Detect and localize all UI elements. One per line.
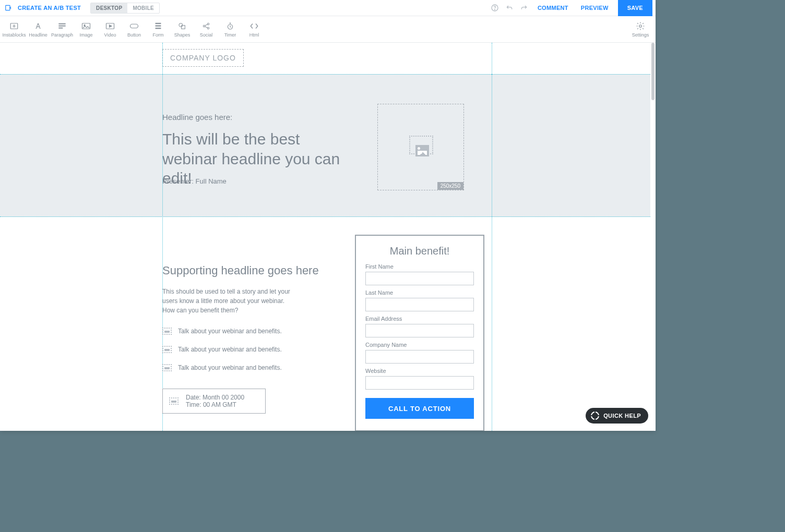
support-bullet[interactable]: Talk about your webinar and benefits. — [162, 346, 282, 353]
first-name-input[interactable] — [365, 272, 474, 285]
hero-presenter[interactable]: Presenter: Full Name — [162, 177, 227, 185]
device-desktop-button[interactable]: DESKTOP — [91, 3, 127, 13]
tool-label: Paragraph — [51, 32, 73, 38]
back-icon — [5, 4, 12, 11]
tool-shapes[interactable]: Shapes — [170, 16, 194, 42]
device-mobile-button[interactable]: MOBILE — [127, 3, 159, 13]
support-body[interactable]: This should be used to tell a story and … — [162, 287, 298, 315]
section-hero[interactable]: Headline goes here: This will be the bes… — [0, 74, 650, 217]
field-label: First Name — [365, 263, 474, 270]
support-bullet[interactable]: Talk about your webinar and benefits. — [162, 364, 282, 371]
lifebuoy-icon — [591, 412, 599, 420]
settings-button[interactable]: Settings — [628, 21, 652, 38]
section-logo[interactable]: COMPANY LOGO — [0, 43, 650, 74]
image-icon — [162, 328, 172, 335]
editor-shell: CREATE AN A/B TEST DESKTOP MOBILE COMMEN… — [0, 0, 656, 431]
comment-link[interactable]: COMMENT — [531, 5, 575, 11]
save-button[interactable]: SAVE — [618, 0, 652, 16]
support-bullet[interactable]: Talk about your webinar and benefits. — [162, 328, 282, 335]
tool-strip: Instablocks Headline Paragraph Image Vid… — [0, 16, 656, 43]
svg-rect-4 — [58, 23, 65, 24]
website-input[interactable] — [365, 376, 474, 390]
svg-rect-5 — [58, 25, 65, 26]
form-card[interactable]: Main benefit! First Name Last Name Email… — [355, 235, 484, 431]
support-heading[interactable]: Supporting headline goes here — [162, 264, 319, 277]
tool-label: Timer — [224, 32, 236, 38]
form-icon — [154, 22, 162, 30]
device-toggle: DESKTOP MOBILE — [90, 3, 160, 14]
date-line: Date: Month 00 2000 — [186, 394, 244, 401]
svg-point-20 — [639, 25, 642, 27]
tool-label: Button — [127, 32, 141, 38]
image-icon — [169, 397, 179, 405]
undo-button[interactable] — [502, 1, 517, 15]
instablocks-icon — [9, 22, 19, 30]
field-label: Email Address — [365, 316, 474, 322]
tool-timer[interactable]: Timer — [218, 16, 242, 42]
tool-label: Video — [104, 32, 116, 38]
guide-vertical — [492, 43, 492, 431]
field-label: Last Name — [365, 289, 474, 296]
svg-rect-10 — [130, 24, 138, 28]
html-icon — [249, 22, 259, 30]
cta-button[interactable]: CALL TO ACTION — [365, 398, 474, 419]
guide-vertical — [162, 43, 163, 431]
canvas[interactable]: COMPANY LOGO Headline goes here: This wi… — [0, 43, 656, 431]
settings-label: Settings — [632, 32, 649, 38]
back-button[interactable] — [3, 3, 14, 13]
tool-headline[interactable]: Headline — [26, 16, 50, 42]
help-icon — [491, 4, 499, 12]
tool-html[interactable]: Html — [242, 16, 266, 42]
section-support[interactable]: Supporting headline goes here This shoul… — [0, 217, 650, 431]
tool-label: Shapes — [174, 32, 191, 38]
redo-button[interactable] — [517, 1, 531, 15]
hero-eyebrow[interactable]: Headline goes here: — [162, 113, 232, 122]
image-icon — [81, 22, 91, 30]
tool-label: Image — [79, 32, 92, 38]
tool-paragraph[interactable]: Paragraph — [50, 16, 74, 42]
headline-icon — [34, 22, 42, 30]
page: COMPANY LOGO Headline goes here: This wi… — [0, 43, 650, 431]
button-icon — [129, 23, 139, 29]
undo-icon — [505, 4, 514, 12]
paragraph-icon — [58, 23, 66, 29]
image-icon — [162, 346, 172, 353]
time-line: Time: 00 AM GMT — [186, 401, 236, 408]
quick-help-label: QUICK HELP — [603, 413, 641, 419]
bullet-text: Talk about your webinar and benefits. — [178, 328, 282, 335]
svg-rect-6 — [58, 27, 63, 28]
create-ab-test-link[interactable]: CREATE AN A/B TEST — [18, 5, 81, 11]
email-input[interactable] — [365, 324, 474, 337]
tool-label: Form — [153, 32, 164, 38]
form-title[interactable]: Main benefit! — [365, 245, 474, 257]
scrollbar-thumb[interactable] — [651, 43, 655, 100]
video-icon — [105, 22, 115, 30]
image-size-tag: 250x250 — [437, 182, 463, 190]
last-name-input[interactable] — [365, 298, 474, 311]
svg-point-2 — [494, 9, 495, 10]
redo-icon — [520, 4, 528, 12]
tool-form[interactable]: Form — [146, 16, 170, 42]
svg-rect-12 — [156, 25, 161, 26]
field-label: Website — [365, 368, 474, 374]
app-bar: CREATE AN A/B TEST DESKTOP MOBILE COMMEN… — [0, 0, 656, 16]
company-input[interactable] — [365, 350, 474, 364]
tool-social[interactable]: Social — [194, 16, 218, 42]
tool-image[interactable]: Image — [74, 16, 98, 42]
tool-button[interactable]: Button — [122, 16, 146, 42]
shapes-icon — [178, 22, 186, 30]
date-time-box[interactable]: Date: Month 00 2000 Time: 00 AM GMT — [162, 389, 266, 414]
help-button[interactable] — [487, 1, 502, 15]
logo-placeholder[interactable]: COMPANY LOGO — [162, 49, 244, 67]
preview-link[interactable]: PREVIEW — [575, 5, 615, 11]
tool-label: Instablocks — [2, 32, 26, 38]
quick-help-button[interactable]: QUICK HELP — [586, 408, 648, 424]
timer-icon — [226, 22, 234, 30]
tool-video[interactable]: Video — [98, 16, 122, 42]
hero-image-placeholder[interactable]: 250x250 — [377, 104, 464, 190]
image-icon — [162, 364, 172, 371]
image-icon — [415, 145, 429, 156]
social-icon — [202, 22, 210, 30]
tool-instablocks[interactable]: Instablocks — [2, 16, 26, 42]
tool-label: Social — [200, 32, 213, 38]
